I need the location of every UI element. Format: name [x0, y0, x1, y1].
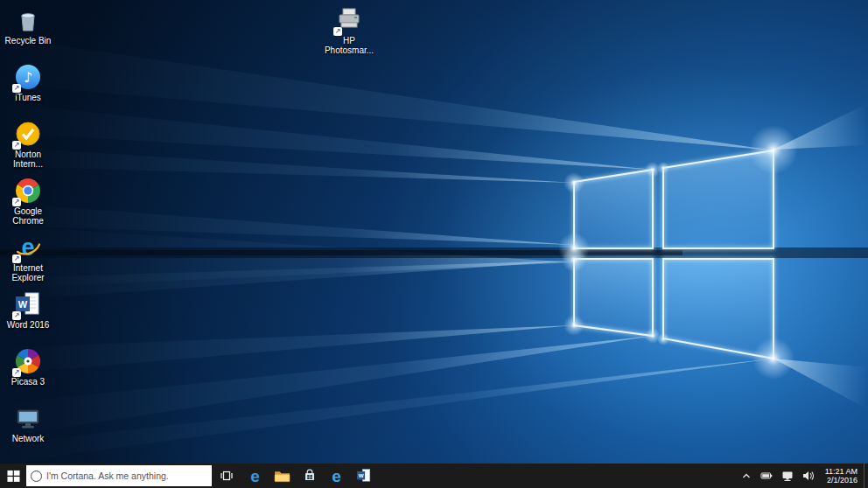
desktop-area[interactable]: Recycle Bin ♪ ↗ iTunes — [0, 0, 868, 464]
desktop-icon-label: Word 2016 — [7, 320, 50, 330]
chrome-icon: ↗ — [14, 177, 42, 205]
itunes-icon: ♪ ↗ — [14, 63, 42, 91]
hidden-icons-button[interactable] — [740, 464, 752, 488]
search-input[interactable] — [46, 471, 207, 481]
task-view-icon — [220, 469, 234, 483]
desktop-icon-label: iTunes — [15, 93, 41, 102]
desktop-icon-label: HP Photosmar... — [324, 36, 374, 55]
taskbar-file-explorer-button[interactable] — [269, 464, 296, 488]
norton-icon: ↗ — [14, 120, 42, 148]
file-explorer-icon — [274, 470, 290, 483]
network-icon — [14, 404, 42, 432]
recycle-bin-icon — [14, 6, 42, 34]
volume-button[interactable] — [802, 464, 816, 488]
svg-text:W: W — [18, 299, 28, 310]
desktop-icon-label: Google Chrome — [3, 206, 53, 226]
shortcut-arrow-icon: ↗ — [12, 254, 21, 263]
svg-text:e: e — [21, 234, 34, 261]
taskbar-clock[interactable]: 11:21 AM 2/1/2016 — [822, 467, 860, 485]
show-desktop-button[interactable] — [864, 464, 868, 488]
chevron-up-icon — [741, 471, 752, 481]
task-view-button[interactable] — [212, 464, 242, 488]
volume-icon — [802, 470, 815, 482]
desktop-icon-label: Picasa 3 — [11, 377, 45, 387]
taskbar-edge-button[interactable]: e — [242, 464, 269, 488]
wallpaper — [0, 0, 868, 464]
shortcut-arrow-icon: ↗ — [12, 198, 21, 206]
battery-status-button[interactable] — [760, 464, 774, 488]
printer-icon: ↗ — [335, 6, 363, 34]
internet-explorer-icon: e ↗ — [14, 234, 42, 261]
shortcut-arrow-icon: ↗ — [12, 311, 21, 320]
taskbar-store-button[interactable] — [296, 464, 323, 488]
edge-icon: e — [250, 468, 260, 485]
desktop-icon-label: Norton Intern... — [3, 150, 53, 169]
network-status-button[interactable] — [780, 464, 794, 488]
desktop-icon-label: Internet Explorer — [3, 263, 53, 282]
desktop-icon-network[interactable]: Network — [2, 402, 54, 459]
shortcut-arrow-icon: ↗ — [12, 141, 21, 150]
desktop-icon-google-chrome[interactable]: ↗ Google Chrome — [2, 175, 54, 232]
word-icon: W — [356, 468, 372, 484]
desktop-icon-word-2016[interactable]: W ↗ Word 2016 — [2, 289, 54, 345]
desktop-icon-column: Recycle Bin ♪ ↗ iTunes — [2, 4, 54, 459]
taskbar-word-button[interactable]: W — [350, 464, 377, 488]
svg-text:♪: ♪ — [24, 69, 32, 86]
taskbar-internet-explorer-button[interactable]: e — [323, 464, 350, 488]
internet-explorer-icon: e — [332, 468, 341, 485]
windows-logo-icon — [7, 470, 20, 483]
desktop-icon-label: Network — [12, 434, 45, 443]
picasa-icon: ↗ — [14, 347, 42, 375]
battery-icon — [760, 470, 773, 482]
cortana-circle-icon — [31, 471, 42, 482]
svg-text:W: W — [358, 472, 363, 478]
clock-time: 11:21 AM — [825, 467, 858, 476]
desktop-icon-label: Recycle Bin — [5, 36, 52, 45]
network-icon — [781, 470, 794, 482]
desktop-icon-norton[interactable]: ↗ Norton Intern... — [2, 118, 54, 175]
shortcut-arrow-icon: ↗ — [12, 84, 21, 93]
desktop-icon-hp-photosmart[interactable]: ↗ HP Photosmar... — [323, 4, 375, 61]
system-tray: 11:21 AM 2/1/2016 — [737, 464, 864, 488]
cortana-search-box[interactable] — [26, 465, 212, 486]
start-button[interactable] — [0, 464, 26, 488]
word-icon: W ↗ — [14, 290, 42, 318]
shortcut-arrow-icon: ↗ — [333, 27, 342, 36]
taskbar: e e W — [0, 464, 868, 488]
desktop-icon-picasa[interactable]: ↗ Picasa 3 — [2, 345, 54, 402]
desktop-icon-recycle-bin[interactable]: Recycle Bin — [2, 4, 54, 61]
desktop-icon-itunes[interactable]: ♪ ↗ iTunes — [2, 61, 54, 118]
store-icon — [303, 469, 317, 483]
desktop-icon-internet-explorer[interactable]: e ↗ Internet Explorer — [2, 232, 54, 289]
clock-date: 2/1/2016 — [825, 476, 858, 485]
shortcut-arrow-icon: ↗ — [12, 368, 21, 377]
